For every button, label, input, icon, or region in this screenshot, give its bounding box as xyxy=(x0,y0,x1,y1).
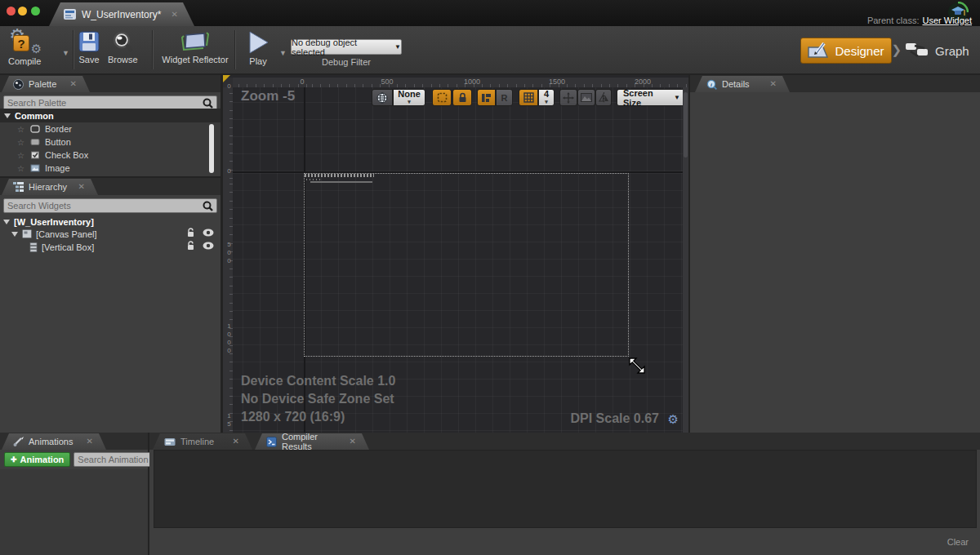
row-controls xyxy=(187,241,214,251)
svg-text:i: i xyxy=(710,81,712,87)
transform-mode-button[interactable] xyxy=(559,89,577,106)
timeline-tab-label: Timeline xyxy=(180,437,228,446)
details-panel: i Details ✕ xyxy=(690,75,980,433)
dpi-settings-gear-icon[interactable]: ⚙ xyxy=(668,412,679,427)
palette-search-input[interactable] xyxy=(7,98,203,108)
play-label: Play xyxy=(249,56,266,66)
widget-reflector-button[interactable]: Widget Reflector xyxy=(160,30,230,64)
debug-object-dropdown[interactable]: No debug object selected ▼ xyxy=(291,39,402,55)
panel-corner-marker xyxy=(223,75,230,82)
localization-preview-button[interactable] xyxy=(372,89,393,106)
save-button[interactable]: Save xyxy=(78,30,100,64)
root-widget-outline[interactable] xyxy=(304,173,629,357)
ruler-label: 1000 xyxy=(225,322,233,355)
tree-node-vertical-box[interactable]: [Vertical Box] xyxy=(29,241,94,253)
designer-viewport[interactable]: 0 500 1000 1500 2000 0 0 500 1000 15 Zoo… xyxy=(223,75,688,433)
compile-options-caret-icon[interactable]: ▼ xyxy=(62,49,69,57)
visibility-eye-icon[interactable] xyxy=(203,242,214,250)
clear-button[interactable]: Clear xyxy=(947,537,969,547)
favorite-star-icon[interactable]: ☆ xyxy=(17,151,25,160)
canvas-vertical-scrollbar[interactable] xyxy=(683,87,688,433)
tab-timeline[interactable]: Timeline ✕ xyxy=(153,433,252,450)
browse-icon xyxy=(110,30,135,53)
tree-node-root[interactable]: [W_UserInventory] xyxy=(3,215,94,228)
palette-item-image[interactable]: ☆ Image xyxy=(0,162,220,175)
hierarchy-search-input[interactable] xyxy=(7,201,203,211)
snap-alignment-button[interactable] xyxy=(477,89,496,106)
device-info-overlay: Device Content Scale 1.0 No Device Safe … xyxy=(241,372,395,426)
tab-animations[interactable]: Animations ✕ xyxy=(2,433,106,450)
palette-tab-close-icon[interactable]: ✕ xyxy=(70,80,77,88)
window-close-button[interactable] xyxy=(7,7,16,16)
horizontal-ruler: 0 500 1000 1500 2000 xyxy=(233,78,688,87)
window-titlebar: W_UserInventory* ✕ Parent class:User Wid… xyxy=(0,0,980,26)
rule-of-thirds-button[interactable]: R xyxy=(496,89,513,106)
palette-scrollbar[interactable] xyxy=(209,124,214,173)
window-zoom-button[interactable] xyxy=(31,7,40,16)
play-button[interactable]: Play xyxy=(242,30,274,66)
scrollbar-handle[interactable] xyxy=(684,92,688,158)
animations-tab-close-icon[interactable]: ✕ xyxy=(87,437,93,446)
toolbar-separator xyxy=(234,30,235,69)
asset-tab[interactable]: W_UserInventory* ✕ xyxy=(49,2,194,26)
tab-details[interactable]: i Details ✕ xyxy=(695,76,790,92)
animations-panel: Animations ✕ ✚ Animation xyxy=(0,433,148,555)
outline-toggle-button[interactable] xyxy=(432,89,452,106)
asset-tab-close-icon[interactable]: ✕ xyxy=(172,11,178,19)
parent-class-link[interactable]: User Widget xyxy=(922,16,972,25)
palette-item-label: Button xyxy=(45,137,71,147)
flip-preview-button[interactable] xyxy=(595,89,612,106)
palette-panel: Palette ✕ Common ☆ Border ☆ Button ☆ Che… xyxy=(0,75,220,176)
animations-toolbar: ✚ Animation xyxy=(0,450,148,469)
grid-snap-toggle-button[interactable] xyxy=(519,89,538,106)
localization-language-dropdown[interactable]: None▾ xyxy=(393,89,425,106)
preview-background-button[interactable] xyxy=(577,89,595,106)
chevron-down-icon: ▾ xyxy=(545,98,548,105)
window-minimize-button[interactable] xyxy=(18,7,27,16)
add-animation-button[interactable]: ✚ Animation xyxy=(4,452,70,467)
palette-item-label: Check Box xyxy=(45,150,88,160)
grid-snap-size-dropdown[interactable]: 4▾ xyxy=(538,89,555,106)
play-options-caret-icon[interactable]: ▼ xyxy=(279,49,287,57)
r-label: R xyxy=(501,93,508,103)
palette-item-checkbox[interactable]: ☆ Check Box xyxy=(0,149,220,162)
tab-compiler-results[interactable]: Compiler Results ✕ xyxy=(255,433,369,450)
bottom-right-panel: Timeline ✕ Compiler Results ✕ Clear xyxy=(149,433,980,555)
compile-button[interactable]: ⚙⚙? Compile xyxy=(8,30,41,66)
localization-value: None xyxy=(398,91,421,98)
tab-palette[interactable]: Palette ✕ xyxy=(2,76,90,92)
plus-icon: ✚ xyxy=(11,455,17,464)
browse-button[interactable]: Browse xyxy=(108,30,138,64)
hierarchy-search[interactable] xyxy=(3,198,217,213)
screen-size-dropdown[interactable]: Screen Size ▼ xyxy=(617,89,687,106)
compiler-results-log[interactable] xyxy=(154,450,977,528)
graph-icon xyxy=(905,42,929,60)
respect-locks-button[interactable] xyxy=(452,89,472,106)
graph-mode-button[interactable]: Graph xyxy=(905,39,973,62)
timeline-tab-close-icon[interactable]: ✕ xyxy=(233,437,239,446)
palette-section-common[interactable]: Common xyxy=(0,109,220,122)
palette-item-border[interactable]: ☆ Border xyxy=(0,122,220,135)
visibility-eye-icon[interactable] xyxy=(203,229,214,237)
animations-tabwell: Animations ✕ xyxy=(0,433,148,450)
tab-hierarchy[interactable]: Hierarchy ✕ xyxy=(2,179,98,195)
asset-tab-title: W_UserInventory* xyxy=(82,9,166,20)
favorite-star-icon[interactable]: ☆ xyxy=(17,138,25,147)
lock-open-icon[interactable] xyxy=(187,228,196,238)
palette-item-label: Image xyxy=(45,163,70,173)
tree-node-canvas-panel[interactable]: [Canvas Panel] xyxy=(11,228,97,240)
debug-object-value: No debug object selected xyxy=(292,38,391,57)
screen-size-label: Screen Size xyxy=(623,88,671,108)
palette-item-button[interactable]: ☆ Button xyxy=(0,135,220,149)
favorite-star-icon[interactable]: ☆ xyxy=(17,125,25,134)
favorite-star-icon[interactable]: ☆ xyxy=(17,164,25,173)
main-toolbar: ⚙⚙? Compile ▼ Save Browse Widget Reflect… xyxy=(0,26,980,73)
designer-mode-button[interactable]: Designer xyxy=(800,38,892,64)
lock-open-icon[interactable] xyxy=(187,241,196,251)
details-tab-close-icon[interactable]: ✕ xyxy=(770,80,777,88)
timeline-icon xyxy=(164,437,176,446)
safe-zone-label: No Device Safe Zone Set xyxy=(241,390,395,408)
expand-arrow-icon xyxy=(4,113,11,118)
compiler-tab-close-icon[interactable]: ✕ xyxy=(350,437,356,446)
hierarchy-tab-close-icon[interactable]: ✕ xyxy=(78,183,85,191)
